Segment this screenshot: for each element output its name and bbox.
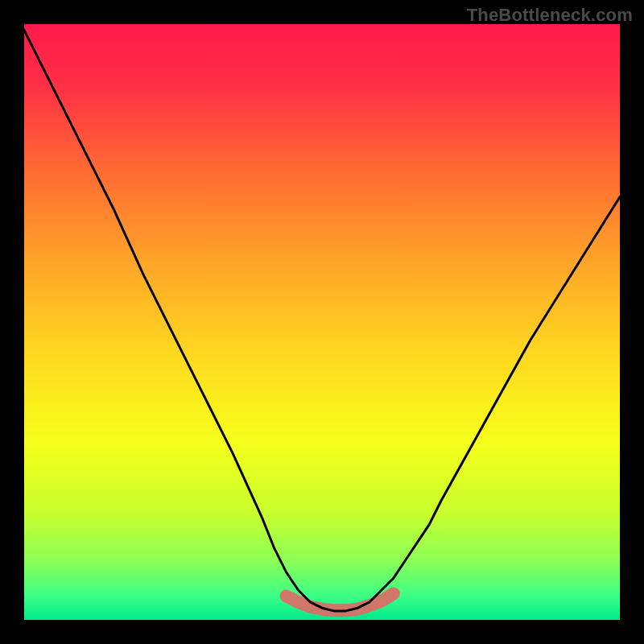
bottleneck-chart bbox=[24, 24, 620, 620]
plot-area bbox=[24, 24, 620, 620]
chart-frame: TheBottleneck.com bbox=[0, 0, 644, 644]
gradient-background bbox=[24, 24, 620, 620]
watermark-text: TheBottleneck.com bbox=[467, 5, 633, 26]
